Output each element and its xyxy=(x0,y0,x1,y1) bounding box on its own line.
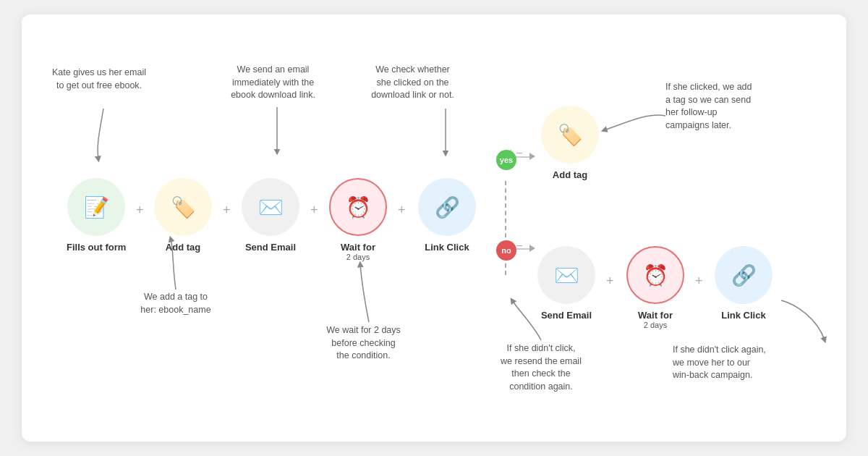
arrow-ann4 xyxy=(438,109,453,161)
arrow-ann5 xyxy=(347,261,376,326)
wait-for-1-label: Wait for xyxy=(341,242,375,253)
dashed-vertical xyxy=(505,181,506,275)
wait-for-2-label: Wait for xyxy=(638,310,673,321)
annotation-clicked-tag: If she clicked, we adda tag so we can se… xyxy=(665,81,799,132)
link-click-1-icon: 🔗 xyxy=(418,178,476,236)
link-click-1-label: Link Click xyxy=(425,242,469,253)
annotation-wait: We wait for 2 daysbefore checkingthe con… xyxy=(307,324,420,363)
node-wait-for-1: ⏰ Wait for 2 days xyxy=(329,178,387,261)
link-click-2-label: Link Click xyxy=(721,310,765,321)
arrow-yes xyxy=(529,153,535,160)
send-email-2-label: Send Email xyxy=(541,310,592,321)
annotation-no-click-again: If she didn't click again,we move her to… xyxy=(673,344,810,382)
wait-for-2-sublabel: 2 days xyxy=(644,321,667,329)
node-send-email-2: ✉️ Send Email xyxy=(537,246,595,321)
add-tag-1-label: Add tag xyxy=(166,242,200,253)
wait-for-1-sublabel: 2 days xyxy=(346,253,370,261)
send-email-1-icon: ✉️ xyxy=(242,178,299,236)
wait-for-2-icon: ⏰ xyxy=(626,246,684,304)
arrow-ann6 xyxy=(597,109,669,145)
send-email-1-label: Send Email xyxy=(245,242,296,253)
node-send-email-1: ✉️ Send Email xyxy=(242,178,299,253)
plus-4: + xyxy=(398,203,406,218)
badge-no: no xyxy=(496,240,516,261)
fills-out-form-icon: 📝 xyxy=(67,178,125,236)
main-card: Kate gives us her emailto get out free e… xyxy=(22,14,846,442)
plus-3: + xyxy=(310,203,318,218)
node-fills-out-form: 📝 Fills out form xyxy=(67,178,126,253)
node-add-tag-2: 🏷️ Add tag xyxy=(541,106,599,180)
add-tag-2-icon: 🏷️ xyxy=(541,106,599,164)
add-tag-1-icon: 🏷️ xyxy=(154,178,212,236)
node-add-tag-1: 🏷️ Add tag xyxy=(154,178,212,253)
add-tag-2-label: Add tag xyxy=(553,169,587,180)
arrow-ann1 xyxy=(93,109,114,163)
plus-5: + xyxy=(606,274,614,289)
plus-6: + xyxy=(695,274,703,289)
arrow-ann3 xyxy=(270,107,284,159)
send-email-2-icon: ✉️ xyxy=(537,246,595,304)
plus-1: + xyxy=(136,203,144,218)
link-click-2-icon: 🔗 xyxy=(715,246,773,304)
annotation-add-tag: We add a tag toher: ebook_name xyxy=(129,291,223,316)
annotation-check-click: We check whethershe clicked on thedownlo… xyxy=(353,64,472,102)
arrow-ann8 xyxy=(774,297,832,347)
node-link-click-2: 🔗 Link Click xyxy=(715,246,773,321)
node-link-click-1: 🔗 Link Click xyxy=(418,178,476,253)
fills-out-form-label: Fills out form xyxy=(67,242,126,253)
plus-2: + xyxy=(223,203,231,218)
wait-for-1-icon: ⏰ xyxy=(329,178,387,236)
annotation-send-email: We send an emailimmediately with theeboo… xyxy=(217,64,329,102)
annotation-kate-email: Kate gives us her emailto get out free e… xyxy=(52,67,146,92)
badge-yes: yes xyxy=(496,150,516,170)
arrow-no xyxy=(529,245,535,252)
node-wait-for-2: ⏰ Wait for 2 days xyxy=(626,246,684,329)
annotation-no-click: If she didn't click,we resend the emailt… xyxy=(483,342,599,393)
